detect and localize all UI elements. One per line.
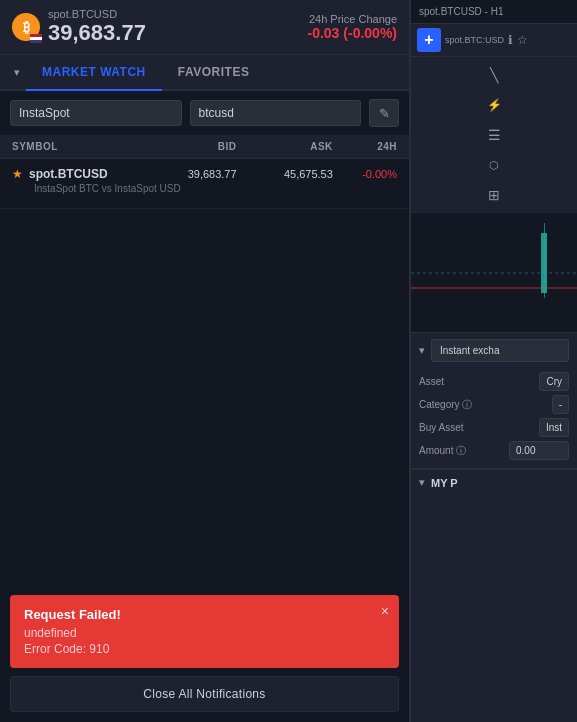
ask-cell: 45,675.53: [237, 168, 333, 180]
left-panel: ₿ spot.BTCUSD 39,683.77 24h Price Change…: [0, 0, 410, 722]
asset-label: Asset: [419, 376, 444, 387]
flag-icon: [30, 34, 42, 43]
asset-row: Asset Cry: [419, 372, 569, 391]
tab-favorites[interactable]: FAVORITES: [162, 55, 266, 91]
close-all-notifications-button[interactable]: Close All Notifications: [10, 676, 399, 712]
buy-asset-row: Buy Asset Inst: [419, 418, 569, 437]
tab-market-watch[interactable]: MARKET WATCH: [26, 55, 162, 91]
mini-chart: [411, 213, 577, 333]
edit-icon-button[interactable]: ✎: [369, 99, 399, 127]
header-right: 24h Price Change -0.03 (-0.00%): [308, 13, 398, 41]
instant-exchange-header[interactable]: ▾ Instant excha: [411, 333, 577, 368]
amount-label: Amount ⓘ: [419, 444, 466, 458]
bid-cell: 39,683.77: [140, 168, 236, 180]
instant-exchange-section: ▾ Instant excha Asset Cry Category ⓘ - B…: [411, 333, 577, 469]
category-value-button[interactable]: -: [552, 395, 569, 414]
search-row: ✎: [0, 91, 409, 135]
category-label: Category ⓘ: [419, 398, 472, 412]
col-symbol: SYMBOL: [12, 141, 140, 152]
search-input-1[interactable]: [10, 100, 182, 126]
chart-symbol-label: spot.BTC:USD: [445, 35, 504, 45]
error-title: Request Failed!: [24, 607, 385, 622]
grid-tool[interactable]: ⊞: [417, 181, 571, 209]
crosshair-tool[interactable]: ╲: [417, 61, 571, 89]
nav-dropdown[interactable]: ▾: [8, 58, 26, 87]
instant-exchange-title-button[interactable]: Instant excha: [431, 339, 569, 362]
exchange-form: Asset Cry Category ⓘ - Buy Asset Inst Am…: [411, 368, 577, 468]
search-input-2[interactable]: [190, 100, 362, 126]
drawing-tool[interactable]: ⚡: [417, 91, 571, 119]
notification-area: Request Failed! undefined Error Code: 91…: [0, 585, 409, 722]
list-tool[interactable]: ☰: [417, 121, 571, 149]
buy-asset-value-button[interactable]: Inst: [539, 418, 569, 437]
info-icon[interactable]: ℹ: [508, 33, 513, 47]
header: ₿ spot.BTCUSD 39,683.77 24h Price Change…: [0, 0, 409, 55]
right-panel: spot.BTCUSD - H1 + spot.BTC:USD ℹ ☆ ╲ ⚡ …: [410, 0, 577, 722]
symbol-price: 39,683.77: [48, 20, 146, 46]
table-body: ★ spot.BTCUSD 39,683.77 45,675.53 -0.00%…: [0, 159, 409, 585]
chart-svg: [411, 213, 577, 333]
add-indicator-button[interactable]: +: [417, 28, 441, 52]
table-header: SYMBOL BID ASK 24H: [0, 135, 409, 159]
instant-exchange-chevron: ▾: [419, 344, 425, 357]
symbol-name: spot.BTCUSD: [48, 8, 146, 20]
my-p-chevron: ▾: [419, 476, 425, 489]
error-notification: Request Failed! undefined Error Code: 91…: [10, 595, 399, 668]
error-code: Error Code: 910: [24, 642, 385, 656]
amount-input[interactable]: [509, 441, 569, 460]
symbol-cell: ★ spot.BTCUSD: [12, 167, 140, 181]
col-bid: BID: [140, 141, 236, 152]
header-left: ₿ spot.BTCUSD 39,683.77: [12, 8, 146, 46]
category-row: Category ⓘ -: [419, 395, 569, 414]
price-change-label: 24h Price Change: [308, 13, 398, 25]
col-ask: ASK: [237, 141, 333, 152]
nav-tabs: ▾ MARKET WATCH FAVORITES: [0, 55, 409, 91]
btc-icon: ₿: [12, 13, 40, 41]
shape-tool[interactable]: ⬡: [417, 151, 571, 179]
chart-top-bar: + spot.BTC:USD ℹ ☆: [411, 24, 577, 57]
price-change-value: -0.03 (-0.00%): [308, 25, 398, 41]
asset-value-button[interactable]: Cry: [539, 372, 569, 391]
chart-header: spot.BTCUSD - H1: [411, 0, 577, 24]
svg-rect-3: [544, 223, 545, 298]
symbol-description: InstaSpot BTC vs InstaSpot USD: [12, 181, 397, 200]
star-icon[interactable]: ★: [12, 167, 23, 181]
change-cell: -0.00%: [333, 168, 397, 180]
symbol-info: spot.BTCUSD 39,683.77: [48, 8, 146, 46]
close-notification-button[interactable]: ×: [381, 603, 389, 619]
col-24h: 24H: [333, 141, 397, 152]
amount-row: Amount ⓘ: [419, 441, 569, 460]
my-p-section[interactable]: ▾ MY P: [411, 469, 577, 495]
my-p-title: MY P: [431, 477, 458, 489]
symbol-text: spot.BTCUSD: [29, 167, 108, 181]
table-row[interactable]: ★ spot.BTCUSD 39,683.77 45,675.53 -0.00%…: [0, 159, 409, 209]
buy-asset-label: Buy Asset: [419, 422, 463, 433]
error-subtitle: undefined: [24, 626, 385, 640]
chart-tools: ╲ ⚡ ☰ ⬡ ⊞: [411, 57, 577, 213]
favorite-chart-button[interactable]: ☆: [517, 33, 528, 47]
